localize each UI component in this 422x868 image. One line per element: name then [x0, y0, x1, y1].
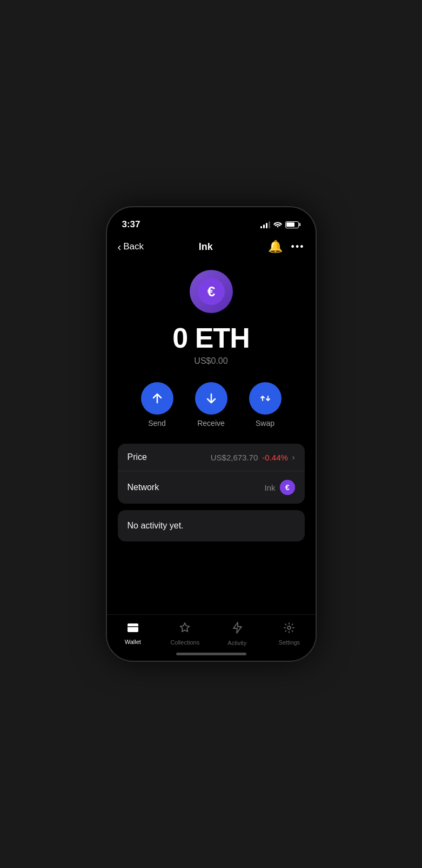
receive-label: Receive — [197, 419, 225, 428]
swap-label: Swap — [256, 419, 274, 428]
more-options-icon[interactable]: ••• — [291, 241, 305, 253]
wifi-icon — [273, 220, 282, 229]
status-icons — [260, 220, 300, 229]
nav-item-collections[interactable]: Collections — [166, 622, 204, 646]
token-logo: € — [190, 270, 233, 313]
settings-nav-label: Settings — [278, 639, 300, 646]
swap-button[interactable]: Swap — [249, 382, 282, 428]
send-button-circle — [141, 382, 173, 415]
nav-item-settings[interactable]: Settings — [270, 622, 308, 646]
receive-button-circle — [195, 382, 227, 415]
price-chevron-icon: › — [292, 453, 295, 462]
balance-usd: US$0.00 — [194, 356, 227, 366]
send-label: Send — [148, 419, 166, 428]
top-nav: ‹ Back Ink 🔔 ••• — [107, 234, 316, 259]
settings-icon — [283, 622, 295, 637]
collections-icon — [179, 622, 191, 637]
price-change: -0.44% — [262, 453, 288, 462]
balance-amount: 0 ETH — [172, 322, 249, 354]
page-title: Ink — [199, 241, 213, 253]
phone-screen: 3:37 — [107, 207, 316, 661]
collections-nav-label: Collections — [170, 639, 199, 646]
battery-icon — [285, 221, 300, 228]
network-value: Ink € — [264, 480, 294, 495]
network-label: Network — [128, 483, 159, 492]
price-amount: US$2,673.70 — [211, 453, 258, 462]
network-row[interactable]: Network Ink € — [118, 471, 305, 504]
svg-point-4 — [287, 626, 291, 629]
home-bar — [176, 653, 246, 655]
network-logo: € — [280, 480, 295, 495]
activity-nav-label: Activity — [227, 640, 246, 646]
swap-button-circle — [249, 382, 282, 415]
no-activity-text: No activity yet. — [128, 521, 184, 530]
action-buttons: Send Receive — [141, 382, 282, 428]
back-chevron-icon: ‹ — [118, 241, 122, 253]
notification-icon[interactable]: 🔔 — [268, 240, 283, 254]
receive-button[interactable]: Receive — [195, 382, 227, 428]
back-button[interactable]: ‹ Back — [118, 241, 144, 253]
dynamic-island — [179, 214, 244, 232]
network-name: Ink — [264, 483, 275, 492]
main-content: € 0 ETH US$0.00 Send — [107, 259, 316, 614]
activity-icon — [232, 621, 242, 638]
back-label: Back — [123, 241, 144, 252]
nav-item-activity[interactable]: Activity — [218, 621, 256, 646]
price-row[interactable]: Price US$2,673.70 -0.44% › — [118, 444, 305, 471]
phone-shell: 3:37 — [106, 206, 317, 662]
home-indicator — [107, 649, 316, 661]
svg-text:€: € — [207, 283, 215, 300]
signal-icon — [260, 221, 270, 228]
wallet-nav-label: Wallet — [125, 639, 141, 645]
price-label: Price — [128, 452, 147, 462]
svg-text:€: € — [285, 483, 290, 492]
price-value: US$2,673.70 -0.44% › — [211, 453, 295, 462]
nav-right: 🔔 ••• — [268, 240, 305, 254]
send-button[interactable]: Send — [141, 382, 173, 428]
token-info-card: Price US$2,673.70 -0.44% › Network Ink — [118, 444, 305, 504]
bottom-nav: Wallet Collections Activity — [107, 614, 316, 649]
no-activity-card: No activity yet. — [118, 510, 305, 541]
status-time: 3:37 — [122, 219, 140, 230]
wallet-icon — [126, 622, 139, 636]
nav-item-wallet[interactable]: Wallet — [114, 622, 152, 645]
